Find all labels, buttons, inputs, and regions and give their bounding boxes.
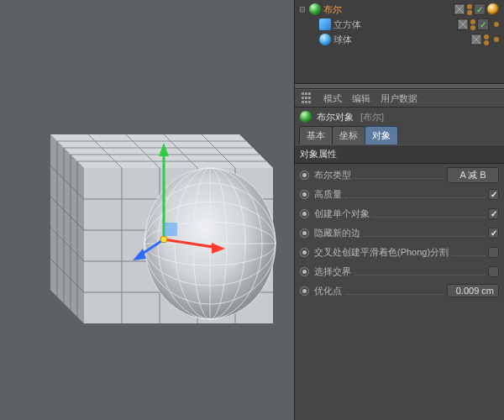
prop-label: 隐藏新的边 <box>314 227 360 239</box>
visibility-dots[interactable] <box>484 34 489 45</box>
property-list: 布尔类型 A 减 B 高质量 ✓ 创建单个对象 ✓ 隐藏新的边 ✓ 交叉处创建平… <box>295 164 504 302</box>
prop-label: 交叉处创建平滑着色(Phong)分割 <box>314 246 449 259</box>
tree-label[interactable]: 立方体 <box>333 18 457 31</box>
anim-dot-icon[interactable] <box>300 171 309 180</box>
phong-break-check[interactable] <box>488 247 499 258</box>
layer-box[interactable] <box>454 3 465 15</box>
tree-row-sphere[interactable]: 球体 <box>295 32 504 47</box>
layer-box[interactable] <box>470 34 482 45</box>
hide-edges-check[interactable]: ✓ <box>488 228 499 239</box>
boole-icon <box>309 3 321 15</box>
prop-high-quality: 高质量 ✓ <box>300 186 499 202</box>
optimize-points-field[interactable]: 0.009 cm <box>447 284 499 297</box>
cube-icon <box>319 18 331 30</box>
tag-dot[interactable] <box>494 37 499 42</box>
select-boundary-check[interactable] <box>488 266 499 277</box>
anim-dot-icon[interactable] <box>300 248 309 257</box>
prop-label: 高质量 <box>314 188 342 201</box>
prop-label: 创建单个对象 <box>314 207 370 220</box>
high-quality-check[interactable]: ✓ <box>488 189 499 200</box>
tab-basic[interactable]: 基本 <box>299 126 333 144</box>
layer-box[interactable] <box>457 18 469 30</box>
tab-object[interactable]: 对象 <box>365 126 398 144</box>
tag-dot[interactable] <box>494 22 499 27</box>
attribute-tabs: 基本 坐标 对象 <box>295 126 504 144</box>
svg-point-45 <box>160 236 167 243</box>
sphere-icon <box>319 34 331 45</box>
anim-dot-icon[interactable] <box>300 228 309 238</box>
anim-dot-icon[interactable] <box>300 267 309 276</box>
anim-dot-icon[interactable] <box>300 190 309 199</box>
object-type: [布尔] <box>360 111 384 123</box>
menu-edit[interactable]: 编辑 <box>352 92 370 105</box>
attribute-menu-bar: 模式 编辑 用户数据 <box>295 89 504 108</box>
tree-toggle-icon[interactable]: ⊟ <box>298 5 307 13</box>
boole-icon <box>300 111 312 123</box>
prop-hide-new-edges: 隐藏新的边 ✓ <box>300 225 499 240</box>
prop-optimize-points: 优化点 0.009 cm <box>300 283 499 298</box>
tree-row-cube[interactable]: 立方体 ✓ <box>295 17 504 32</box>
prop-label: 优化点 <box>314 285 342 297</box>
anim-dot-icon[interactable] <box>300 209 309 218</box>
tree-label[interactable]: 布尔 <box>323 3 454 16</box>
anim-dot-icon[interactable] <box>300 286 309 296</box>
right-panel: ⊟ 布尔 ✓ 立方体 ✓ 球体 <box>294 0 504 420</box>
prop-single-object: 创建单个对象 ✓ <box>300 206 499 221</box>
prop-label: 选择交界 <box>314 265 351 278</box>
tree-row-boole[interactable]: ⊟ 布尔 ✓ <box>295 2 504 17</box>
prop-label: 布尔类型 <box>314 169 351 181</box>
enable-check[interactable]: ✓ <box>477 18 489 30</box>
prop-select-boundary: 选择交界 <box>300 264 499 279</box>
boole-type-select[interactable]: A 减 B <box>447 167 499 183</box>
tree-label[interactable]: 球体 <box>333 34 470 46</box>
material-sphere-icon[interactable] <box>487 3 499 15</box>
prop-boole-type: 布尔类型 A 减 B <box>300 167 499 182</box>
menu-mode[interactable]: 模式 <box>323 92 342 105</box>
prop-phong-break: 交叉处创建平滑着色(Phong)分割 <box>300 244 499 260</box>
visibility-dots[interactable] <box>470 19 475 30</box>
single-object-check[interactable]: ✓ <box>488 208 499 219</box>
svg-rect-46 <box>164 223 177 236</box>
section-header: 对象属性 <box>295 144 504 164</box>
object-manager[interactable]: ⊟ 布尔 ✓ 立方体 ✓ 球体 <box>295 0 504 84</box>
viewport-3d[interactable] <box>0 0 294 420</box>
attribute-title: 布尔对象 [布尔] <box>295 108 504 126</box>
menu-userdata[interactable]: 用户数据 <box>381 92 417 105</box>
visibility-dots[interactable] <box>467 4 472 15</box>
menu-icon[interactable] <box>302 92 313 104</box>
enable-check[interactable]: ✓ <box>474 3 486 15</box>
object-name: 布尔对象 <box>317 111 354 123</box>
tab-coord[interactable]: 坐标 <box>332 126 365 144</box>
